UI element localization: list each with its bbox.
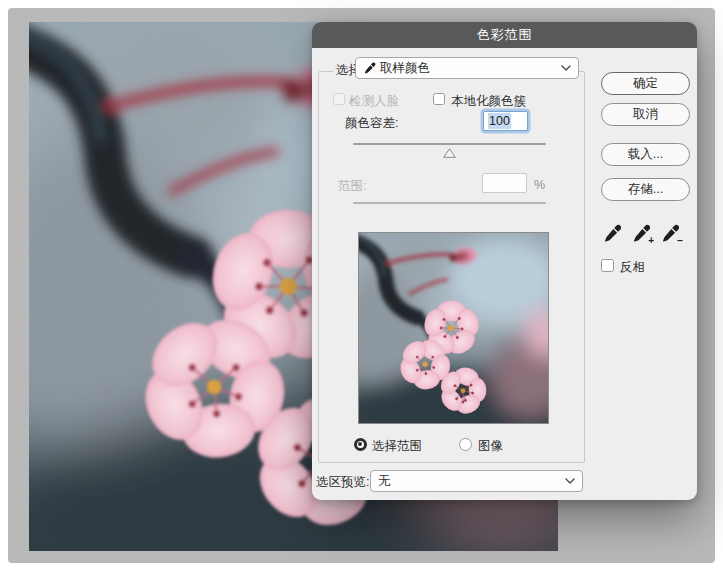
fuzziness-input[interactable]: 100 bbox=[483, 111, 528, 131]
detect-faces-label: 检测人脸 bbox=[349, 93, 399, 110]
selection-preview-label: 选区预览: bbox=[316, 474, 369, 491]
fuzziness-label: 颜色容差: bbox=[345, 115, 398, 132]
chevron-down-icon bbox=[565, 478, 575, 484]
range-input bbox=[482, 173, 527, 193]
save-button[interactable]: 存储... bbox=[601, 178, 690, 201]
eyedropper-add-mod: + bbox=[648, 236, 654, 246]
select-dropdown-value: 取样颜色 bbox=[380, 60, 430, 77]
fuzziness-slider-thumb[interactable] bbox=[443, 144, 456, 154]
range-slider-track bbox=[353, 202, 546, 204]
chevron-down-icon bbox=[561, 65, 571, 71]
invert-label: 反相 bbox=[620, 259, 645, 276]
selection-preview-value: 无 bbox=[378, 473, 391, 490]
dialog-titlebar[interactable]: 色彩范围 bbox=[312, 22, 697, 48]
eyedropper-sample-icon[interactable] bbox=[602, 224, 624, 246]
radio-image-label: 图像 bbox=[478, 438, 503, 455]
eyedropper-subtract-mod: − bbox=[677, 236, 683, 246]
ok-button[interactable]: 确定 bbox=[601, 72, 690, 95]
eyedropper-subtract-icon[interactable]: − bbox=[660, 224, 682, 246]
detect-faces-checkbox bbox=[333, 93, 345, 105]
radio-selection-range-label: 选择范围 bbox=[372, 438, 422, 455]
eyedropper-add-icon[interactable]: + bbox=[631, 224, 653, 246]
select-dropdown[interactable]: 取样颜色 bbox=[355, 57, 579, 79]
localized-clusters-checkbox[interactable] bbox=[433, 93, 445, 105]
load-button[interactable]: 载入... bbox=[601, 143, 690, 166]
range-unit: % bbox=[534, 178, 545, 192]
radio-selection-range[interactable] bbox=[354, 438, 367, 451]
dialog-title: 色彩范围 bbox=[477, 26, 533, 44]
selection-preview-dropdown[interactable]: 无 bbox=[370, 470, 583, 492]
fuzziness-value: 100 bbox=[488, 113, 511, 129]
radio-image[interactable] bbox=[459, 438, 472, 451]
screenshot-root: 色彩范围 选择: 取样颜色 检测人脸 本地化颜色簇 颜色容差: 100 bbox=[0, 0, 723, 571]
localized-clusters-label: 本地化颜色簇 bbox=[451, 93, 526, 110]
range-label: 范围: bbox=[338, 178, 366, 195]
eyedropper-icon bbox=[363, 62, 376, 75]
invert-checkbox[interactable] bbox=[601, 259, 614, 272]
selection-preview-thumbnail[interactable] bbox=[358, 232, 549, 424]
cancel-button[interactable]: 取消 bbox=[601, 103, 690, 126]
color-range-dialog: 色彩范围 选择: 取样颜色 检测人脸 本地化颜色簇 颜色容差: 100 bbox=[312, 22, 697, 500]
